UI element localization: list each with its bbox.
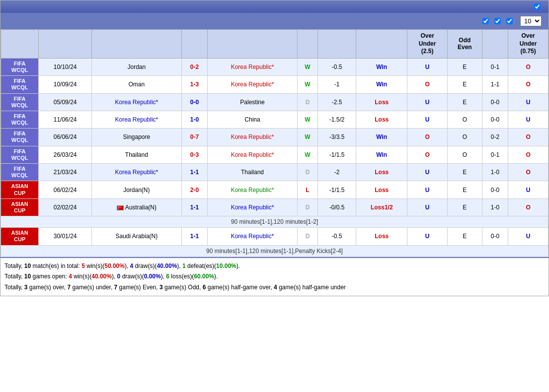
result-cell[interactable]: 2-0 xyxy=(181,181,207,198)
result-link[interactable]: 1-1 xyxy=(190,204,199,211)
result-cell[interactable]: 0-7 xyxy=(181,129,207,146)
team2-cell[interactable]: Korea Republic* xyxy=(208,198,298,216)
team2-cell[interactable]: Korea Republic* xyxy=(208,228,298,245)
team2-cell[interactable]: Thailand xyxy=(208,164,298,181)
note-row: 90 minutes[1-1],120 minutes[1-2] xyxy=(1,216,549,228)
team2-cell[interactable]: Korea Republic* xyxy=(208,58,298,75)
result-link[interactable]: 1-3 xyxy=(190,81,199,88)
team2-link[interactable]: China xyxy=(244,116,260,123)
handicap-cell: -0.5 xyxy=(318,58,356,75)
match-type-cell: FIFAWCQL xyxy=(1,164,39,181)
match-type-cell: FIFAWCQL xyxy=(1,129,39,146)
team2-link[interactable]: Korea Republic* xyxy=(231,81,274,88)
scores-table: OverUnder(2.5) OddEven OverUnder(0.75) F… xyxy=(0,29,549,257)
table-row: FIFAWCQL06/06/24Singapore0-7Korea Republ… xyxy=(1,129,549,146)
team2-link[interactable]: Korea Republic* xyxy=(231,204,274,211)
result-cell[interactable]: 1-1 xyxy=(181,164,207,181)
team2-link[interactable]: Palestine xyxy=(240,99,264,106)
col-match xyxy=(1,30,39,59)
team1-link[interactable]: Korea Republic* xyxy=(115,99,158,106)
handicap-cell: -0/0.5 xyxy=(318,198,356,216)
handicap-cell: -2.5 xyxy=(318,93,356,111)
ou075-cell: O xyxy=(508,146,549,163)
team2-cell[interactable]: Korea Republic* xyxy=(208,146,298,163)
wdl-cell: W xyxy=(297,76,317,93)
result-cell[interactable]: 1-0 xyxy=(181,111,207,128)
team2-link[interactable]: Thailand xyxy=(241,169,264,176)
team1-cell[interactable]: Jordan(N) xyxy=(92,181,182,198)
result-link[interactable]: 0-0 xyxy=(190,99,199,106)
team1-cell[interactable]: Singapore xyxy=(92,129,182,146)
fifa-wcql-filter[interactable] xyxy=(494,18,502,24)
summary-section: Totally, 10 match(es) in total: 5 win(s)… xyxy=(0,257,549,296)
asian-cup-filter[interactable] xyxy=(506,18,514,24)
team2-cell[interactable]: Korea Republic* xyxy=(208,76,298,93)
team1-link[interactable]: Korea Republic* xyxy=(115,116,158,123)
team2-cell[interactable]: Korea Republic* xyxy=(208,181,298,198)
ht-cell: 0-0 xyxy=(482,228,508,245)
summary-line1: Totally, 10 match(es) in total: 5 win(s)… xyxy=(4,261,545,272)
result-cell[interactable]: 1-3 xyxy=(181,76,207,93)
ou25-cell: U xyxy=(407,111,448,128)
team1-cell[interactable]: 🚩Australia(N) xyxy=(92,198,182,216)
team2-link[interactable]: Korea Republic* xyxy=(231,133,274,140)
ou075-cell: U xyxy=(508,228,549,245)
ht-cell: 0-1 xyxy=(482,58,508,75)
result-link[interactable]: 1-1 xyxy=(190,233,199,240)
match-type-cell: FIFAWCQL xyxy=(1,76,39,93)
handicap-cell: -2 xyxy=(318,164,356,181)
interf-filter[interactable] xyxy=(482,18,490,24)
match-date: 21/03/24 xyxy=(39,164,92,181)
col-ht xyxy=(482,30,508,59)
team2-link[interactable]: Korea Republic* xyxy=(231,187,274,194)
result-link[interactable]: 0-7 xyxy=(190,133,199,140)
ou25-cell: U xyxy=(407,181,448,198)
odd-even-cell: E xyxy=(448,198,482,216)
team2-cell[interactable]: Korea Republic* xyxy=(208,129,298,146)
handicap-cell: -1 xyxy=(318,76,356,93)
team1-cell[interactable]: Korea Republic* xyxy=(92,164,182,181)
fifa-wcql-checkbox[interactable] xyxy=(494,18,501,24)
team1-cell[interactable]: Korea Republic* xyxy=(92,111,182,128)
odd-even-cell: O xyxy=(448,146,482,163)
odds-cell: Win xyxy=(356,58,407,75)
ht-cell: 0-0 xyxy=(482,93,508,111)
result-link[interactable]: 1-1 xyxy=(190,169,199,176)
table-row: FIFAWCQL26/03/24Thailand0-3Korea Republi… xyxy=(1,146,549,163)
team1-cell[interactable]: Thailand xyxy=(92,146,182,163)
result-cell[interactable]: 0-3 xyxy=(181,146,207,163)
col-odds xyxy=(356,30,407,59)
odd-even-cell: O xyxy=(448,111,482,128)
team2-cell[interactable]: China xyxy=(208,111,298,128)
odd-even-cell: E xyxy=(448,228,482,245)
team2-link[interactable]: Korea Republic* xyxy=(231,151,274,158)
last-games-select[interactable]: 5 10 15 20 xyxy=(520,16,542,26)
team2-cell[interactable]: Palestine xyxy=(208,93,298,111)
match-date: 11/06/24 xyxy=(39,111,92,128)
result-link[interactable]: 1-0 xyxy=(190,116,199,123)
result-cell[interactable]: 1-1 xyxy=(181,198,207,216)
team1-cell[interactable]: Jordan xyxy=(92,58,182,75)
odd-even-cell: E xyxy=(448,76,482,93)
team1-cell[interactable]: Saudi Arabia(N) xyxy=(92,228,182,245)
team1-cell[interactable]: Oman xyxy=(92,76,182,93)
result-cell[interactable]: 1-1 xyxy=(181,228,207,245)
ou075-cell: O xyxy=(508,164,549,181)
result-link[interactable]: 0-2 xyxy=(190,64,199,70)
asian-cup-checkbox[interactable] xyxy=(506,18,513,24)
team1-link[interactable]: Korea Republic* xyxy=(115,169,158,176)
odds-cell: Loss xyxy=(356,181,407,198)
interf-checkbox[interactable] xyxy=(482,18,489,24)
ht-cell: 1-0 xyxy=(482,164,508,181)
result-cell[interactable]: 0-2 xyxy=(181,58,207,75)
result-cell[interactable]: 0-0 xyxy=(181,93,207,111)
result-link[interactable]: 2-0 xyxy=(190,187,199,194)
result-link[interactable]: 0-3 xyxy=(190,151,199,158)
display-notes-checkbox[interactable] xyxy=(534,3,541,10)
team1-cell[interactable]: Korea Republic* xyxy=(92,93,182,111)
match-date: 06/06/24 xyxy=(39,129,92,146)
team2-link[interactable]: Korea Republic* xyxy=(231,64,274,70)
odds-cell: Win xyxy=(356,76,407,93)
team2-link[interactable]: Korea Republic* xyxy=(231,233,274,240)
odds-cell: Loss xyxy=(356,111,407,128)
